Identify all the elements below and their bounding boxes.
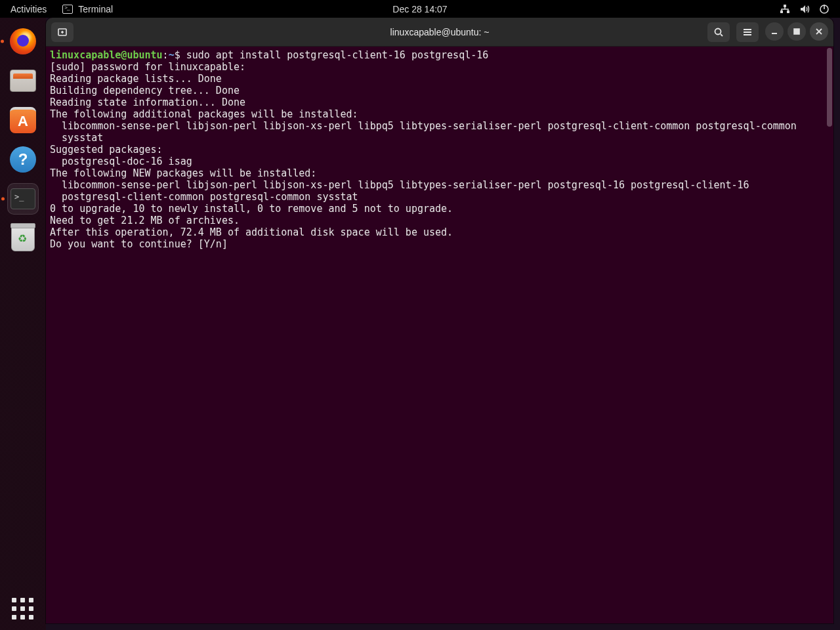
svg-rect-7 [744,29,751,30]
dock-firefox[interactable] [7,26,39,57]
volume-icon [799,4,810,14]
titlebar[interactable]: linuxcapable@ubuntu: ~ [46,18,833,47]
dock-software[interactable]: A [7,104,39,136]
svg-rect-1 [780,10,783,13]
svg-rect-10 [772,33,777,34]
help-icon: ? [10,146,36,173]
window-title: linuxcapable@ubuntu: ~ [390,27,490,37]
app-menu[interactable]: Terminal [62,4,113,14]
svg-rect-11 [794,29,799,34]
power-icon [819,4,830,14]
top-panel-left: Activities Terminal [7,4,113,14]
top-panel: Activities Terminal Dec 28 14:07 [0,0,840,18]
svg-rect-2 [787,10,789,13]
dock: A ? [0,18,46,630]
close-button[interactable] [810,22,828,41]
minimize-button[interactable] [765,22,784,41]
dock-terminal[interactable] [7,183,39,215]
hamburger-icon [742,27,753,37]
maximize-button[interactable] [788,22,806,41]
svg-rect-0 [784,5,786,7]
software-icon: A [10,107,36,133]
dock-trash[interactable] [7,222,39,254]
search-icon [713,27,724,37]
svg-point-6 [715,28,721,34]
prompt-dollar: $ [175,49,186,61]
svg-rect-8 [744,32,751,33]
dock-files[interactable] [7,65,39,96]
app-menu-label: Terminal [78,4,113,14]
firefox-icon [10,28,36,54]
terminal-output[interactable]: linuxcapable@ubuntu:~$ sudo apt install … [46,47,833,253]
network-icon [780,4,790,14]
command-text: sudo apt install postgresql-client-16 po… [186,49,489,61]
show-applications-button[interactable] [11,597,35,621]
trash-icon [11,225,35,251]
svg-rect-9 [744,34,751,35]
svg-rect-4 [824,5,825,9]
files-icon [10,70,36,92]
terminal-icon [10,188,35,209]
dock-help[interactable]: ? [7,144,39,175]
new-tab-button[interactable] [51,22,74,42]
terminal-icon [62,5,73,14]
new-tab-icon [57,27,68,37]
maximize-icon [793,28,801,35]
prompt-user: linuxcapable@ubuntu [50,49,163,61]
prompt-colon: : [163,49,169,61]
minimize-icon [770,28,778,35]
close-icon [815,28,823,35]
scrollbar-thumb[interactable] [827,48,832,127]
titlebar-right [707,22,828,42]
system-tray[interactable] [780,4,833,14]
output-lines: [sudo] password for linuxcapable: Readin… [50,61,797,250]
prompt-path: ~ [169,49,175,61]
menu-button[interactable] [736,22,759,42]
activities-button[interactable]: Activities [7,4,51,14]
terminal-window: linuxcapable@ubuntu: ~ linuxcapable@ubun… [46,18,833,623]
clock[interactable]: Dec 28 14:07 [392,4,447,14]
search-button[interactable] [707,22,730,42]
